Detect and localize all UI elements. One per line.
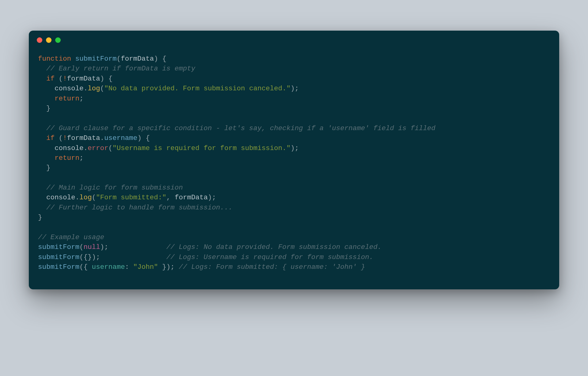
traffic-light-close-icon[interactable] [37,37,42,43]
punctuation: ( [79,243,84,251]
code-line: function submitForm(formData) { [38,55,166,63]
punctuation: ( [117,55,121,63]
comment: // Logs: No data provided. Form submissi… [166,243,382,251]
traffic-light-zoom-icon[interactable] [55,37,61,43]
code-line: return; [55,154,84,162]
comment: // Early return if formData is empty [46,65,195,73]
keyword-return: return [55,154,79,162]
method-log: log [79,194,92,201]
code-line: console.error("Username is required for … [55,144,299,152]
punctuation: } [46,104,51,112]
window-titlebar [29,31,559,43]
function-call: submitForm [38,263,79,271]
code-line: console.log("No data provided. Form subm… [55,85,299,92]
comment: // Logs: Form submitted: { username: 'Jo… [179,263,365,271]
punctuation: : [125,263,133,271]
keyword-if: if [46,134,55,142]
function-name: submitForm [75,55,117,63]
code-block: function submitForm(formData) { // Early… [29,43,559,289]
identifier: formData [175,194,208,201]
punctuation: ) { [100,75,113,83]
punctuation: ( [92,194,96,201]
method-log: log [88,85,100,92]
comment: // Further logic to handle form submissi… [46,204,233,212]
punctuation: ); [100,243,109,251]
keyword-function: function [38,55,71,63]
code-line: console.log("Form submitted:", formData)… [46,194,216,201]
function-call: submitForm [38,243,79,251]
property: username [104,134,137,142]
punctuation: ; [79,154,84,162]
punctuation: ) { [137,134,150,142]
punctuation: . [75,194,80,201]
null-literal: null [84,243,100,251]
keyword-if: if [46,75,55,83]
punctuation: ( [55,75,63,83]
punctuation: ( [55,134,63,142]
punctuation: ); [291,144,299,152]
operator-not: ! [63,134,67,142]
punctuation: ) { [154,55,166,63]
punctuation: } [46,164,51,172]
traffic-light-minimize-icon[interactable] [46,37,52,43]
padding [100,253,166,261]
punctuation: } [38,213,42,221]
method-error: error [88,144,109,152]
parameter: formData [121,55,154,63]
punctuation: ; [79,95,84,103]
identifier: console [55,85,84,92]
punctuation: , [166,194,175,201]
padding [109,243,166,251]
comment: // Example usage [38,233,104,241]
punctuation: ( [109,144,113,152]
punctuation: . [100,134,105,142]
code-line: if (!formData) { [46,75,113,83]
comment: // Logs: Username is required for form s… [166,253,373,261]
punctuation: ( [100,85,105,92]
operator-not: ! [63,75,67,83]
keyword-return: return [55,95,79,103]
string-literal: "Form submitted:" [96,194,166,201]
code-line: submitForm(null); // Logs: No data provi… [38,243,382,251]
string-literal: "No data provided. Form submission cance… [104,85,291,92]
punctuation: }); [158,263,179,271]
punctuation: . [84,85,88,92]
object-key: username [92,263,125,271]
punctuation: . [84,144,88,152]
code-line: if (!formData.username) { [46,134,150,142]
identifier: formData [67,134,100,142]
identifier: console [46,194,75,201]
punctuation: ); [208,194,216,201]
comment: // Main logic for form submission [46,184,183,192]
code-line: submitForm({ username: "John" }); // Log… [38,263,365,271]
string-literal: "Username is required for form submissio… [113,144,291,152]
code-line: return; [55,95,84,103]
function-call: submitForm [38,253,79,261]
identifier: formData [67,75,100,83]
code-line: submitForm({}); // Logs: Username is req… [38,253,373,261]
punctuation: ({}); [79,253,100,261]
comment: // Guard clause for a specific condition… [46,124,435,132]
string-literal: "John" [133,263,158,271]
punctuation: ); [291,85,299,92]
identifier: console [55,144,84,152]
code-window: function submitForm(formData) { // Early… [29,31,559,289]
punctuation: ({ [79,263,92,271]
